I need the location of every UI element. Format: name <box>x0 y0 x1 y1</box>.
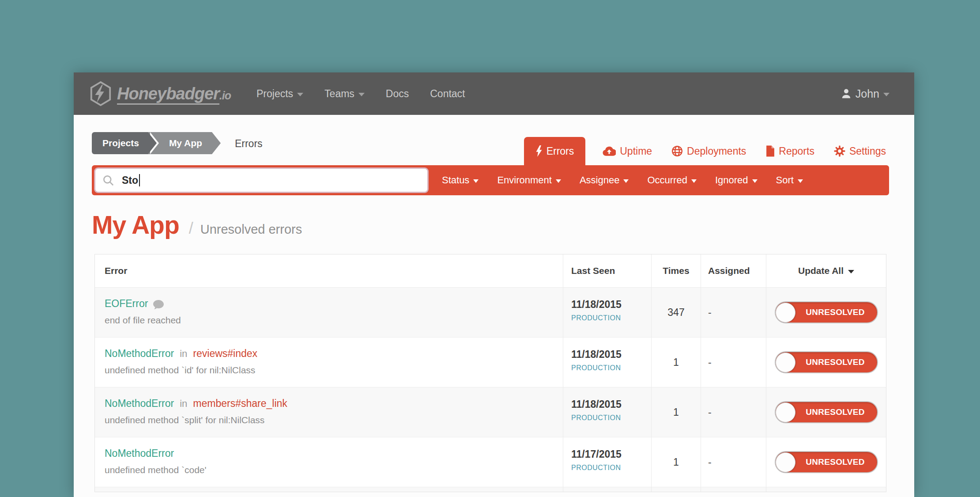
chevron-down-icon <box>691 179 697 183</box>
tab-errors[interactable]: Errors <box>524 137 586 165</box>
nav-item-contact[interactable]: Contact <box>430 88 465 100</box>
cloud-upload-icon <box>603 146 616 156</box>
error-class-link[interactable]: NoMethodError <box>105 398 174 410</box>
chevron-down-icon <box>752 179 758 183</box>
person-icon <box>841 88 852 99</box>
error-cell: EOFError end of file reached <box>95 288 563 337</box>
error-class-link[interactable]: NoMethodError <box>105 448 174 459</box>
heading-separator: / <box>189 219 193 238</box>
project-tabs: Errors Uptime Deployments <box>524 131 888 165</box>
nav-item-teams[interactable]: Teams <box>324 88 365 100</box>
filter-occurred[interactable]: Occurred <box>638 175 705 186</box>
in-label: in <box>180 398 187 410</box>
toggle-knob[interactable] <box>776 402 795 422</box>
environment-label[interactable]: PRODUCTION <box>571 364 651 372</box>
honeybadger-logo[interactable]: Honeybadger.io <box>89 81 231 106</box>
error-message: end of file reached <box>105 315 563 326</box>
comment-icon[interactable] <box>153 300 164 310</box>
error-class-link[interactable]: NoMethodError <box>105 348 174 360</box>
search-input[interactable] <box>95 169 427 192</box>
filter-links: Status Environment Assignee Occurred Ign… <box>433 175 812 186</box>
logo-text: Honeybadger.io <box>117 84 231 103</box>
chevron-down-icon <box>297 93 303 96</box>
main-content: Projects My App Errors Errors Uptime <box>74 131 914 492</box>
last-seen-cell: 11/17/2015 PRODUCTION <box>563 437 651 487</box>
globe-icon <box>671 145 683 157</box>
chevron-down-icon <box>848 270 854 273</box>
assigned-cell: - <box>701 387 766 437</box>
filter-bar: Status Environment Assignee Occurred Ign… <box>92 165 889 195</box>
resolve-toggle[interactable]: UNRESOLVED <box>775 451 878 473</box>
col-header-times: Times <box>651 254 701 287</box>
table-header: Error Last Seen Times Assigned Update Al… <box>95 254 886 287</box>
toggle-knob[interactable] <box>776 353 795 372</box>
table-row-partial <box>95 487 886 492</box>
filter-assignee[interactable]: Assignee <box>570 175 638 186</box>
error-class-link[interactable]: EOFError <box>105 298 148 310</box>
update-cell: UNRESOLVED <box>766 288 886 337</box>
times-cell: 1 <box>651 437 701 487</box>
times-cell: 1 <box>651 338 701 387</box>
environment-label[interactable]: PRODUCTION <box>571 414 651 422</box>
tab-deployments[interactable]: Deployments <box>669 137 748 165</box>
table-row: NoMethodError in reviews#index undefined… <box>95 337 886 387</box>
table-row: NoMethodError in members#share_link unde… <box>95 387 886 437</box>
col-header-error: Error <box>95 254 563 287</box>
update-cell: UNRESOLVED <box>766 338 886 387</box>
user-menu[interactable]: John <box>841 87 890 100</box>
page-title: My App <box>92 210 179 239</box>
error-location-link[interactable]: reviews#index <box>193 348 257 360</box>
chevron-down-icon <box>556 179 561 183</box>
update-cell: UNRESOLVED <box>766 437 886 487</box>
nav-item-projects[interactable]: Projects <box>256 88 303 100</box>
breadcrumb-tab-row: Projects My App Errors Errors Uptime <box>92 131 889 165</box>
filter-environment[interactable]: Environment <box>488 175 570 186</box>
chevron-down-icon <box>358 93 365 96</box>
primary-nav: Projects Teams Docs Contact <box>256 88 465 100</box>
user-name: John <box>856 87 879 100</box>
table-row: NoMethodError undefined method `code' 11… <box>95 437 886 487</box>
tab-uptime[interactable]: Uptime <box>600 137 654 165</box>
environment-label[interactable]: PRODUCTION <box>571 464 651 472</box>
error-message: undefined method `split' for nil:NilClas… <box>105 415 563 425</box>
status-badge: UNRESOLVED <box>795 307 877 317</box>
col-header-last-seen: Last Seen <box>563 254 651 287</box>
times-cell: 347 <box>651 288 701 337</box>
resolve-toggle[interactable]: UNRESOLVED <box>775 351 878 373</box>
last-seen-cell: 11/18/2015 PRODUCTION <box>563 338 651 387</box>
last-seen-cell: 11/18/2015 PRODUCTION <box>563 288 651 337</box>
gear-icon <box>834 145 845 157</box>
toggle-knob[interactable] <box>776 452 795 472</box>
chevron-down-icon <box>473 179 479 183</box>
chevron-down-icon <box>798 179 803 183</box>
filter-sort[interactable]: Sort <box>767 175 812 186</box>
assigned-cell: - <box>701 338 766 387</box>
tab-reports[interactable]: Reports <box>763 137 817 165</box>
toggle-knob[interactable] <box>776 303 795 322</box>
page-heading: My App / Unresolved errors <box>92 210 889 239</box>
chevron-down-icon <box>883 93 890 96</box>
update-all-dropdown[interactable]: Update All <box>766 254 886 287</box>
tab-settings[interactable]: Settings <box>832 137 888 165</box>
status-badge: UNRESOLVED <box>795 457 877 467</box>
resolve-toggle[interactable]: UNRESOLVED <box>775 301 878 323</box>
col-header-assigned: Assigned <box>701 254 766 287</box>
resolve-toggle[interactable]: UNRESOLVED <box>775 401 878 423</box>
top-navbar: Honeybadger.io Projects Teams Docs Conta… <box>74 72 914 115</box>
search-icon <box>102 175 114 186</box>
assigned-cell: - <box>701 288 766 337</box>
error-location-link[interactable]: members#share_link <box>193 398 287 410</box>
filter-ignored[interactable]: Ignored <box>706 175 767 186</box>
error-message: undefined method `code' <box>105 465 563 475</box>
filter-status[interactable]: Status <box>433 175 488 186</box>
in-label: in <box>180 348 187 360</box>
breadcrumb-projects[interactable]: Projects <box>92 132 148 154</box>
status-badge: UNRESOLVED <box>795 357 877 367</box>
environment-label[interactable]: PRODUCTION <box>571 314 651 322</box>
update-cell: UNRESOLVED <box>766 387 886 437</box>
lightning-icon <box>535 145 543 157</box>
status-badge: UNRESOLVED <box>795 407 877 417</box>
heading-subtitle: Unresolved errors <box>200 222 302 237</box>
errors-table: Error Last Seen Times Assigned Update Al… <box>94 254 886 492</box>
nav-item-docs[interactable]: Docs <box>386 88 409 100</box>
